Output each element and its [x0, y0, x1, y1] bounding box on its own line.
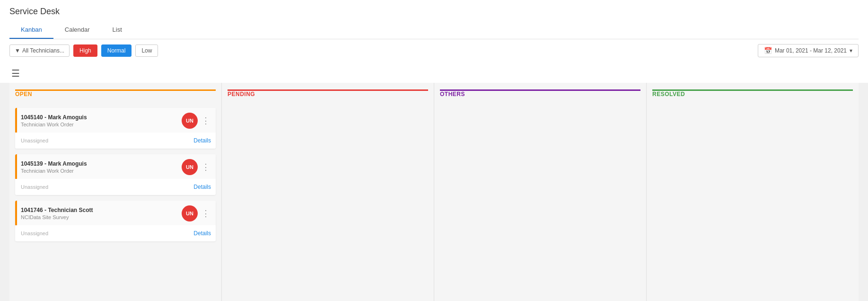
column-pending: PENDING: [222, 83, 434, 301]
hamburger-icon[interactable]: ☰: [9, 66, 22, 81]
filter-icon: ▼: [15, 47, 20, 54]
date-range-button[interactable]: 📅 Mar 01, 2021 - Mar 12, 2021 ▾: [758, 44, 859, 57]
chevron-down-icon: ▾: [850, 47, 852, 54]
priority-normal-button[interactable]: Normal: [101, 44, 132, 57]
calendar-icon: 📅: [764, 47, 772, 54]
app-header: Service Desk Kanban Calendar List: [0, 0, 868, 39]
avatar: UN: [182, 113, 198, 129]
card-bottom: Unassigned Details: [15, 225, 216, 241]
unassigned-label: Unassigned: [21, 138, 48, 143]
card-title: 1045139 - Mark Amoguis: [21, 160, 182, 167]
toolbar-right: 📅 Mar 01, 2021 - Mar 12, 2021 ▾: [758, 44, 859, 57]
card-subtitle: Technician Work Order: [21, 122, 182, 127]
kanban-card: 1045139 - Mark Amoguis Technician Work O…: [15, 154, 216, 195]
card-subtitle: Technician Work Order: [21, 168, 182, 174]
date-range-label: Mar 01, 2021 - Mar 12, 2021: [775, 47, 847, 54]
card-title-area: 1045140 - Mark Amoguis Technician Work O…: [17, 114, 182, 127]
details-link[interactable]: Details: [193, 184, 211, 190]
column-header-pending: PENDING: [228, 89, 428, 101]
card-title-area: 1045139 - Mark Amoguis Technician Work O…: [17, 160, 182, 174]
card-bottom: Unassigned Details: [15, 133, 216, 149]
avatar: UN: [182, 205, 198, 221]
tabs-container: Kanban Calendar List: [9, 21, 859, 39]
tab-list[interactable]: List: [101, 21, 133, 39]
card-subtitle: NCIData Site Survey: [21, 214, 182, 220]
kanban-card: 1041746 - Technician Scott NCIData Site …: [15, 201, 216, 241]
card-bottom: Unassigned Details: [15, 179, 216, 195]
card-top: 1041746 - Technician Scott NCIData Site …: [15, 201, 216, 225]
column-open: OPEN 1045140 - Mark Amoguis Technician W…: [9, 83, 222, 301]
column-header-open: OPEN: [15, 89, 216, 101]
toolbar-left: ▼ All Technicians... High Normal Low: [9, 44, 158, 57]
card-menu-icon[interactable]: ⋮: [200, 208, 212, 219]
column-header-others: OTHERS: [440, 89, 640, 101]
card-title: 1045140 - Mark Amoguis: [21, 114, 182, 121]
column-others: OTHERS: [434, 83, 647, 301]
kanban-card: 1045140 - Mark Amoguis Technician Work O…: [15, 108, 216, 149]
toolbar: ▼ All Technicians... High Normal Low 📅 M…: [0, 39, 868, 62]
details-link[interactable]: Details: [193, 230, 211, 237]
card-menu-icon[interactable]: ⋮: [200, 162, 212, 172]
avatar: UN: [182, 159, 198, 175]
column-resolved: RESOLVED: [647, 83, 859, 301]
details-link[interactable]: Details: [193, 137, 211, 144]
technicians-dropdown[interactable]: ▼ All Technicians...: [9, 44, 70, 57]
card-top: 1045139 - Mark Amoguis Technician Work O…: [15, 154, 216, 179]
app-container: Service Desk Kanban Calendar List ▼ All …: [0, 0, 868, 301]
tab-calendar[interactable]: Calendar: [53, 21, 101, 39]
priority-high-button[interactable]: High: [73, 44, 97, 57]
priority-low-button[interactable]: Low: [135, 44, 158, 57]
app-title: Service Desk: [9, 7, 859, 17]
card-title: 1041746 - Technician Scott: [21, 207, 182, 213]
unassigned-label: Unassigned: [21, 184, 48, 190]
card-menu-icon[interactable]: ⋮: [200, 115, 212, 126]
card-top: 1045140 - Mark Amoguis Technician Work O…: [15, 108, 216, 133]
board-controls: ☰: [0, 62, 868, 83]
card-title-area: 1041746 - Technician Scott NCIData Site …: [17, 207, 182, 220]
column-header-resolved: RESOLVED: [652, 89, 853, 101]
technicians-label: All Technicians...: [22, 47, 64, 54]
tab-kanban[interactable]: Kanban: [9, 21, 53, 39]
unassigned-label: Unassigned: [21, 230, 48, 236]
kanban-board: OPEN 1045140 - Mark Amoguis Technician W…: [0, 83, 868, 301]
